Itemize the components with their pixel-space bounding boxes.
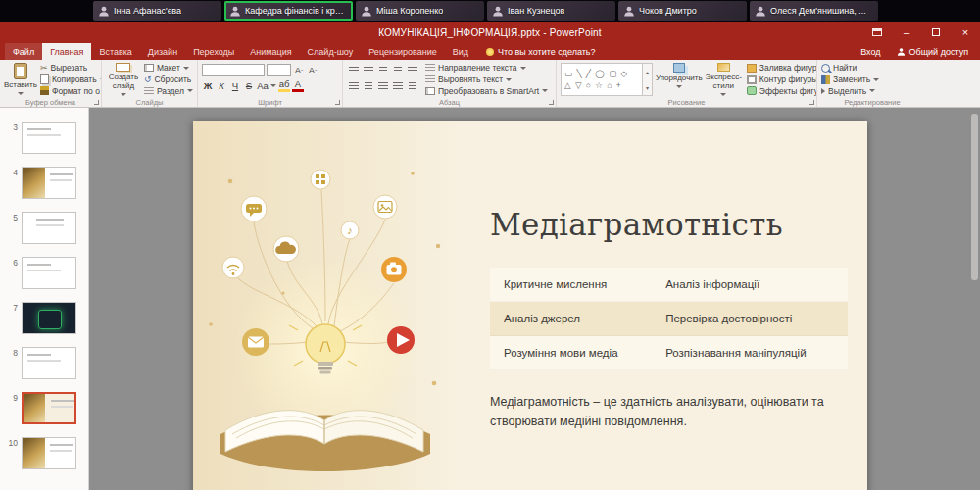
quick-styles-button[interactable]: Экспресс-стили — [706, 63, 742, 96]
slide-canvas[interactable]: ♪ — [193, 121, 867, 490]
grow-font-button[interactable]: Аˆ — [293, 66, 305, 75]
slide-title[interactable]: Медіаграмотність — [490, 121, 851, 242]
sign-in-link[interactable]: Вход — [860, 47, 880, 57]
ribbon-display-options-button[interactable] — [862, 22, 892, 43]
align-center-button[interactable] — [362, 80, 374, 92]
table-row[interactable]: Аналіз джерел Перевірка достовірності — [490, 302, 848, 336]
numbering-button[interactable] — [362, 65, 374, 76]
slide-thumbnail[interactable] — [22, 122, 76, 154]
font-name-input[interactable] — [202, 64, 265, 76]
slide-thumbnail[interactable] — [22, 437, 76, 469]
arrange-button[interactable]: Упорядочить — [656, 63, 703, 96]
participant-tile-active-speaker[interactable]: Кафедра фінансів і креди... — [224, 1, 353, 21]
participant-tile[interactable]: Міша Коропенко — [356, 1, 484, 21]
justify-button[interactable] — [391, 80, 404, 92]
align-right-button[interactable] — [376, 80, 389, 92]
slide-thumbnail[interactable] — [22, 392, 76, 424]
find-button[interactable]: Найти — [821, 63, 879, 74]
shape-effects-button[interactable]: Эффекты фигуры — [747, 85, 817, 96]
numbered-list-icon — [364, 67, 373, 74]
thumbnail-slide-6[interactable]: 6 — [0, 257, 88, 289]
arrange-icon — [673, 63, 685, 73]
select-cursor-icon — [821, 88, 825, 94]
line-spacing-button[interactable] — [406, 65, 418, 76]
vertical-scrollbar[interactable] — [971, 114, 978, 280]
underline-button[interactable]: Ч — [229, 81, 241, 91]
font-color-button[interactable]: А — [292, 79, 304, 92]
cut-button[interactable]: ✂Вырезать — [40, 63, 102, 74]
tab-insert[interactable]: Вставка — [91, 43, 139, 60]
replace-button[interactable]: Заменить — [821, 74, 879, 85]
bullets-button[interactable] — [347, 65, 360, 76]
tab-animations[interactable]: Анимация — [242, 43, 299, 60]
scroll-down-icon[interactable]: ▾ — [646, 84, 649, 91]
text-direction-button[interactable]: Направление текста — [425, 63, 548, 74]
font-size-input[interactable] — [267, 64, 291, 76]
slide-thumbnail[interactable] — [22, 347, 76, 379]
participant-tile[interactable]: Інна Афанас'єва — [93, 1, 221, 21]
replace-icon — [821, 75, 830, 84]
slide-number: 10 — [8, 437, 18, 448]
thumbnail-slide-5[interactable]: 5 — [0, 212, 88, 244]
slide-thumbnail[interactable] — [22, 257, 76, 289]
reset-button[interactable]: ↺Сбросить — [144, 74, 193, 85]
share-label: Общий доступ — [909, 47, 968, 57]
decrease-indent-button[interactable] — [376, 65, 389, 76]
person-icon — [755, 5, 766, 17]
tab-home[interactable]: Главная — [42, 43, 91, 60]
tab-slideshow[interactable]: Слайд-шоу — [300, 43, 362, 60]
layout-button[interactable]: Макет — [144, 63, 193, 74]
tell-me-box[interactable]: Что вы хотите сделать? — [486, 43, 596, 60]
shape-outline-icon — [747, 75, 757, 84]
convert-smartart-button[interactable]: Преобразовать в SmartArt — [425, 85, 548, 96]
shape-fill-button[interactable]: Заливка фигуры — [747, 63, 817, 74]
maximize-button[interactable] — [921, 22, 951, 43]
section-button[interactable]: Раздел — [144, 85, 193, 96]
chevron-down-icon — [676, 85, 682, 88]
participant-tile[interactable]: Чоков Дмитро — [618, 1, 747, 21]
columns-button[interactable] — [406, 80, 418, 92]
shape-outline-button[interactable]: Контур фигуры — [747, 74, 817, 85]
italic-button[interactable]: К — [216, 81, 227, 91]
paste-button[interactable]: Вставить — [4, 63, 37, 96]
slide-thumbnail[interactable] — [22, 302, 76, 334]
slide-thumbnail[interactable] — [22, 212, 76, 244]
participant-tile[interactable]: Олеся Дем'янишина, ... — [750, 1, 878, 21]
align-left-button[interactable] — [347, 80, 360, 92]
share-button[interactable]: Общий доступ — [897, 47, 968, 57]
new-slide-button[interactable]: Создать слайд — [106, 63, 141, 96]
change-case-button[interactable]: Аа — [257, 81, 269, 91]
thumbnail-slide-4[interactable]: 4 — [0, 167, 88, 199]
strikethrough-button[interactable]: S — [243, 81, 255, 91]
bold-button[interactable]: Ж — [202, 81, 214, 91]
tab-review[interactable]: Рецензирование — [361, 43, 445, 60]
shapes-gallery[interactable]: ▭ ╲ ╱ ◯ ▢ ◇ △ ▽ ○ ☆ ⌂ + — [561, 63, 643, 96]
tab-design[interactable]: Дизайн — [140, 43, 185, 60]
thumbnail-slide-9-selected[interactable]: 9 — [0, 392, 88, 424]
thumbnail-slide-10[interactable]: 10 — [0, 437, 88, 469]
paste-label: Вставить — [4, 81, 37, 90]
text-highlight-button[interactable]: аб — [278, 79, 290, 92]
tab-transitions[interactable]: Переходы — [185, 43, 242, 60]
close-button[interactable]: × — [951, 22, 980, 43]
tab-view[interactable]: Вид — [445, 43, 476, 60]
slide-paragraph[interactable]: Медіаграмотність – це здатність аналізув… — [490, 392, 851, 431]
table-row[interactable]: Критичне мислення Аналіз інформації — [490, 268, 848, 302]
shrink-font-button[interactable]: Аˇ — [307, 66, 318, 75]
scroll-up-icon[interactable]: ▴ — [646, 69, 649, 75]
select-button[interactable]: Выделить — [821, 85, 879, 96]
participant-tile[interactable]: Іван Кузнецов — [487, 1, 615, 21]
align-text-button[interactable]: Выровнять текст — [425, 74, 548, 85]
slide-thumbnail[interactable] — [22, 167, 76, 199]
increase-indent-button[interactable] — [391, 65, 404, 76]
thumbnail-slide-3[interactable]: 3 — [0, 122, 88, 154]
copy-button[interactable]: Копировать — [40, 74, 102, 85]
slide-table[interactable]: Критичне мислення Аналіз інформації Анал… — [490, 268, 848, 370]
table-row[interactable]: Розуміння мови медіа Розпізнавання маніп… — [490, 336, 848, 370]
format-painter-button[interactable]: Формат по образцу — [40, 85, 102, 96]
tab-file[interactable]: Файл — [5, 43, 42, 60]
thumbnail-slide-8[interactable]: 8 — [0, 347, 88, 379]
thumbnail-slide-7[interactable]: 7 — [0, 302, 88, 334]
shapes-scrollbar[interactable]: ▴ ▾ — [643, 63, 653, 96]
minimize-button[interactable]: – — [892, 22, 921, 43]
